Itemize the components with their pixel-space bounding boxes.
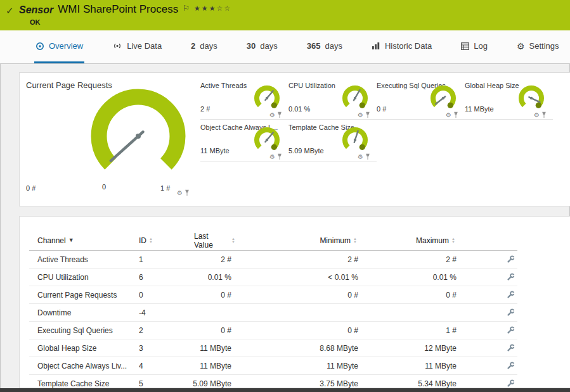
channel-settings-wrench-icon[interactable]: [507, 308, 515, 317]
gauge-settings-gear-icon[interactable]: ⚙: [446, 112, 451, 118]
table-cell-actions: [460, 362, 517, 370]
gauge-pin-icon[interactable]: [365, 153, 370, 160]
gauge-cell-template-cache-size: Template Cache Size5.09 MByte⚙: [288, 120, 377, 161]
channel-settings-wrench-icon[interactable]: [507, 379, 515, 388]
channel-settings-wrench-icon[interactable]: [507, 362, 515, 370]
table-cell: 2 #: [235, 255, 362, 264]
tab-overview[interactable]: Overview: [34, 30, 84, 63]
table-cell: 0 #: [235, 326, 362, 335]
table-cell: 8.68 MByte: [235, 344, 362, 353]
channel-settings-wrench-icon[interactable]: [507, 344, 515, 352]
table-cell: 3.75 MByte: [235, 379, 362, 388]
column-label: ID: [139, 236, 146, 245]
gauge-max-label: 1 #: [160, 184, 170, 192]
gauge-min-label: 0 #: [26, 184, 36, 192]
gauge-cell-global-heap-size: Global Heap Size11 MByte⚙: [465, 78, 553, 120]
gauge-pin-icon[interactable]: [185, 189, 190, 196]
gauge-value: 11 MByte: [465, 105, 494, 113]
column-label: Minimum: [320, 236, 351, 245]
sensor-type-label: Sensor: [19, 3, 53, 16]
gauge-settings-gear-icon[interactable]: ⚙: [177, 190, 183, 196]
tab-30-days[interactable]: 30days: [245, 30, 279, 63]
column-header-channel[interactable]: Channel▼: [29, 236, 134, 245]
table-cell: < 0.01 %: [235, 273, 362, 282]
table-cell-actions: [460, 291, 517, 299]
tab-log[interactable]: Log: [460, 30, 489, 63]
gauge-actions: ⚙: [446, 111, 458, 118]
sort-icon: ▲▼: [451, 237, 455, 244]
tab-365-days[interactable]: 365days: [306, 30, 344, 63]
table-row-downtime[interactable]: Downtime-4: [29, 304, 517, 322]
table-cell: 4: [134, 362, 191, 370]
tab-bar: OverviewLive Data2days30days365daysHisto…: [0, 30, 570, 64]
gauge-pin-icon[interactable]: [453, 111, 458, 118]
live-data-icon: [112, 42, 122, 50]
table-cell: 0.01 %: [191, 273, 235, 282]
tab-label: days: [325, 41, 342, 51]
sort-desc-icon: ▼: [68, 237, 74, 243]
table-cell: 1 #: [362, 326, 460, 335]
table-cell: 0 #: [191, 291, 235, 300]
tab-label: days: [260, 41, 277, 51]
table-cell: 0 #: [191, 326, 235, 335]
tab-live-data[interactable]: Live Data: [111, 30, 163, 63]
gauge-settings-gear-icon[interactable]: ⚙: [269, 112, 275, 118]
channel-table-body: Active Threads12 #2 #2 #CPU Utilization6…: [20, 251, 570, 392]
sort-icon: ▲▼: [353, 237, 357, 244]
gauge-title: Global Heap Size: [465, 82, 519, 89]
table-cell: 11 MByte: [362, 362, 460, 370]
gauge-settings-gear-icon[interactable]: ⚙: [269, 154, 275, 160]
template-cache-size-gauge: [339, 126, 372, 155]
gauge-settings-gear-icon[interactable]: ⚙: [358, 112, 363, 118]
cpu-utilization-gauge: [339, 84, 372, 113]
table-cell: 6: [134, 273, 191, 282]
gauge-settings-gear-icon[interactable]: ⚙: [358, 154, 363, 160]
small-gauges-grid: Active Threads2 #⚙CPU Utilization0.01 %⚙…: [200, 78, 553, 161]
table-cell-actions: [460, 379, 517, 388]
channels-panel: Channel▼ID▲▼Last Value▲▼Minimum▲▼Maximum…: [19, 216, 570, 388]
column-header-last-value[interactable]: Last Value▲▼: [191, 232, 235, 250]
flag-icon[interactable]: ⚐: [183, 3, 190, 13]
gauge-pin-icon[interactable]: [541, 111, 547, 118]
table-cell: 1: [134, 255, 191, 264]
gauge-value: 5.09 MByte: [288, 147, 324, 155]
sensor-title: WMI SharePoint Process: [58, 3, 178, 16]
table-cell-actions: [460, 344, 517, 352]
large-gauge-block: Current Page Requests 0 # 0 1 # ⚙: [20, 73, 200, 206]
table-cell: 12 MByte: [362, 344, 460, 353]
gauges-panel: Current Page Requests 0 # 0 1 # ⚙ Active…: [19, 72, 570, 206]
priority-stars[interactable]: ★★★☆☆: [194, 3, 231, 13]
gauge-pin-icon[interactable]: [277, 111, 282, 118]
column-header-maximum[interactable]: Maximum▲▼: [362, 236, 460, 245]
table-row-cpu-utilization[interactable]: CPU Utilization60.01 %< 0.01 %0.01 %: [29, 269, 517, 286]
prtg-sensor-page: ✓ Sensor WMI SharePoint Process ⚐ ★★★☆☆ …: [0, 0, 570, 392]
tab-settings[interactable]: ⚙Settings: [515, 30, 560, 63]
column-header-id[interactable]: ID▲▼: [134, 236, 191, 245]
table-cell: 5: [134, 379, 191, 388]
column-label: Last Value: [194, 232, 229, 250]
channel-table-header: Channel▼ID▲▼Last Value▲▼Minimum▲▼Maximum…: [29, 231, 517, 251]
table-row-global-heap-size[interactable]: Global Heap Size311 MByte8.68 MByte12 MB…: [29, 339, 517, 357]
channel-settings-wrench-icon[interactable]: [507, 255, 515, 263]
gauge-pin-icon[interactable]: [277, 153, 282, 160]
overview-icon: [36, 42, 44, 51]
table-cell: 11 MByte: [191, 362, 235, 370]
gauge-pin-icon[interactable]: [365, 111, 370, 118]
table-row-active-threads[interactable]: Active Threads12 #2 #2 #: [29, 251, 517, 269]
channel-settings-wrench-icon[interactable]: [507, 291, 515, 299]
gauge-settings-gear-icon[interactable]: ⚙: [534, 112, 540, 118]
table-row-object-cache-always-liv[interactable]: Object Cache Always Liv...411 MByte11 MB…: [29, 357, 517, 375]
tab-2-days[interactable]: 2days: [190, 30, 219, 63]
column-header-minimum[interactable]: Minimum▲▼: [235, 236, 362, 245]
sensor-header: ✓ Sensor WMI SharePoint Process ⚐ ★★★☆☆ …: [0, 0, 570, 30]
table-row-current-page-requests[interactable]: Current Page Requests00 #0 #0 #: [29, 286, 517, 304]
table-cell: Downtime: [29, 308, 134, 317]
gauge-actions: ⚙: [358, 153, 370, 160]
channel-settings-wrench-icon[interactable]: [507, 326, 515, 334]
table-cell: Global Heap Size: [29, 344, 134, 353]
table-cell-actions: [460, 255, 517, 263]
table-row-executing-sql-queries[interactable]: Executing Sql Queries20 #0 #1 #: [29, 322, 517, 339]
gauge-actions: ⚙: [269, 111, 282, 118]
tab-historic-data[interactable]: Historic Data: [370, 30, 433, 63]
channel-settings-wrench-icon[interactable]: [507, 273, 515, 281]
